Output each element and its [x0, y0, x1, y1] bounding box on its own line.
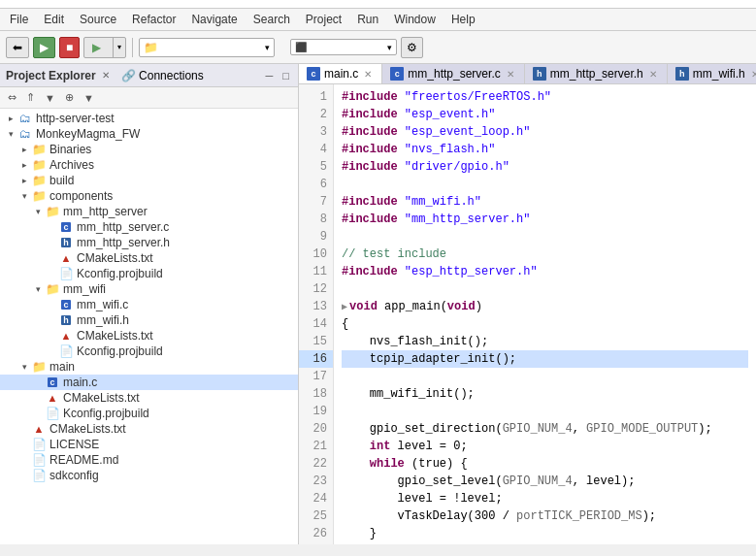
- code-line-7: #include "mm_wifi.h": [342, 193, 748, 211]
- code-line-11: #include "esp_http_server.h": [342, 263, 748, 280]
- back-button[interactable]: ⬅: [6, 37, 29, 58]
- tab-close-mm_wifi-h[interactable]: ✕: [749, 69, 756, 80]
- tab-close-main-c[interactable]: ✕: [362, 69, 374, 80]
- board-selector[interactable]: ⬛ ▾: [290, 39, 397, 55]
- tree-item-archives[interactable]: ▸ 📁 Archives: [0, 157, 298, 173]
- view-menu-btn[interactable]: ▼: [80, 90, 98, 106]
- tree-item-kconfig1[interactable]: 📄 Kconfig.projbuild: [0, 266, 298, 281]
- code-line-26: }: [342, 525, 748, 542]
- menu-item-navigate[interactable]: Navigate: [185, 11, 243, 28]
- play-button[interactable]: ▶: [33, 37, 55, 58]
- tree-icon-sdkconfig: 📄: [31, 469, 47, 482]
- token: , level);: [573, 473, 636, 490]
- token: GPIO_NUM_4: [503, 420, 573, 438]
- line-num-2: 2: [299, 106, 333, 123]
- tree-icon-mm_wifi-h: h: [58, 313, 74, 327]
- project-selector[interactable]: 📁 ▾: [139, 38, 275, 57]
- tree-item-mm_wifi-c[interactable]: c mm_wifi.c: [0, 297, 298, 312]
- code-line-23: gpio_set_level(GPIO_NUM_4, level);: [342, 473, 748, 490]
- tree-item-kconfig3[interactable]: 📄 Kconfig.projbuild: [0, 406, 298, 421]
- collapse-all-btn[interactable]: ⇔: [4, 89, 20, 106]
- run-arrow-btn[interactable]: ▾: [114, 40, 125, 54]
- tree-item-monkeymagma-fw[interactable]: ▾ 🗂 MonkeyMagma_FW: [0, 126, 298, 142]
- code-content[interactable]: #include "freertos/FreeRTOS.h"#include "…: [334, 84, 756, 544]
- settings-button[interactable]: ⚙: [401, 37, 423, 58]
- tab-icon-main-c: c: [307, 67, 320, 81]
- tree-item-mm_http_server-dir[interactable]: ▾ 📁 mm_http_server: [0, 204, 298, 219]
- tree-item-cmake-root[interactable]: ▲ CMakeLists.txt: [0, 421, 298, 437]
- tab-mm_http_server-h[interactable]: h mm_http_server.h ✕: [525, 64, 668, 83]
- tree-item-mm_wifi-h[interactable]: h mm_wifi.h: [0, 312, 298, 328]
- line-arrow-icon: ▶: [342, 300, 347, 314]
- tree-label-main-dir: main: [49, 360, 75, 374]
- tree-item-main-c[interactable]: c main.c: [0, 375, 298, 390]
- menu-bar: FileEditSourceRefactorNavigateSearchProj…: [0, 9, 756, 31]
- menu-item-window[interactable]: Window: [388, 11, 442, 28]
- token: [398, 88, 405, 106]
- menu-item-search[interactable]: Search: [247, 11, 296, 28]
- explorer-close-icon[interactable]: ✕: [102, 70, 110, 81]
- line-numbers: 1234567891011121314151617181920212223242…: [299, 84, 334, 544]
- tree-item-components[interactable]: ▾ 📁 components: [0, 188, 298, 204]
- token: portTICK_PERIOD_MS: [516, 507, 642, 525]
- tree-item-cmake1[interactable]: ▲ CMakeLists.txt: [0, 250, 298, 266]
- tree-item-readme[interactable]: 📄 README.md: [0, 452, 298, 468]
- tree-item-mm_http_server-c[interactable]: c mm_http_server.c: [0, 219, 298, 235]
- tree-label-cmake2: CMakeLists.txt: [77, 329, 153, 343]
- line-num-26: 26: [299, 525, 333, 542]
- tree-item-kconfig2[interactable]: 📄 Kconfig.projbuild: [0, 343, 298, 359]
- tree-label-archives: Archives: [49, 158, 94, 172]
- tree-label-binaries: Binaries: [49, 143, 91, 156]
- run-dropdown[interactable]: ▶ ▾: [83, 37, 126, 58]
- stop-button[interactable]: ■: [59, 37, 80, 58]
- tree-item-build[interactable]: ▸ 📁 build: [0, 173, 298, 188]
- tree-item-http-server-test[interactable]: ▸ 🗂 http-server-test: [0, 111, 298, 126]
- code-editor[interactable]: 1234567891011121314151617181920212223242…: [299, 84, 756, 544]
- token: ): [476, 298, 482, 315]
- tab-close-mm_http_server-c[interactable]: ✕: [505, 69, 516, 80]
- tree-item-cmake2[interactable]: ▲ CMakeLists.txt: [0, 328, 298, 343]
- tree-item-binaries[interactable]: ▸ 📁 Binaries: [0, 142, 298, 157]
- tab-main-c[interactable]: c main.c ✕: [299, 64, 382, 84]
- tree-item-license[interactable]: 📄 LICENSE: [0, 437, 298, 452]
- tab-mm_http_server-c[interactable]: c mm_http_server.c ✕: [382, 64, 524, 83]
- tab-close-mm_http_server-h[interactable]: ✕: [647, 69, 659, 80]
- tree-icon-kconfig3: 📄: [45, 407, 60, 420]
- menu-item-refactor[interactable]: Refactor: [126, 11, 181, 28]
- token: [398, 193, 405, 211]
- code-line-12: [342, 280, 748, 298]
- code-line-8: #include "mm_http_server.h": [342, 211, 748, 228]
- token: "esp_http_server.h": [405, 263, 538, 280]
- maximize-btn[interactable]: □: [279, 69, 292, 82]
- line-num-19: 19: [299, 403, 333, 420]
- tree-item-mm_http_server-h[interactable]: h mm_http_server.h: [0, 235, 298, 250]
- menu-item-source[interactable]: Source: [74, 11, 122, 28]
- run-button[interactable]: ▶: [84, 38, 114, 57]
- tree-label-cmake3: CMakeLists.txt: [63, 391, 140, 405]
- token: #include: [342, 211, 398, 228]
- tree-item-cmake3[interactable]: ▲ CMakeLists.txt: [0, 390, 298, 406]
- explorer-tab[interactable]: Project Explorer: [6, 69, 96, 82]
- tree-item-sdkconfig[interactable]: 📄 sdkconfig: [0, 468, 298, 483]
- menu-item-project[interactable]: Project: [300, 11, 347, 28]
- code-line-14: {: [342, 315, 748, 333]
- tree-item-mm_wifi-dir[interactable]: ▾ 📁 mm_wifi: [0, 281, 298, 297]
- menu-item-help[interactable]: Help: [445, 11, 481, 28]
- link-editor-btn[interactable]: ⇑: [22, 89, 39, 106]
- connections-tab[interactable]: 🔗 Connections: [121, 69, 204, 82]
- tree-icon-monkeymagma-fw: 🗂: [17, 127, 33, 141]
- token: #include: [342, 263, 398, 280]
- tree-item-main-dir[interactable]: ▾ 📁 main: [0, 359, 298, 375]
- token: [342, 455, 370, 473]
- menu-item-edit[interactable]: Edit: [38, 11, 70, 28]
- filter-btn[interactable]: ▼: [41, 90, 59, 106]
- panel-header: Project Explorer ✕ 🔗 Connections ─ □: [0, 64, 298, 87]
- token: [398, 123, 405, 141]
- menu-item-file[interactable]: File: [4, 11, 34, 28]
- minimize-btn[interactable]: ─: [263, 69, 277, 82]
- tree-icon-cmake1: ▲: [58, 251, 74, 265]
- menu-item-run[interactable]: Run: [351, 11, 384, 28]
- new-btn[interactable]: ⊕: [61, 89, 78, 106]
- token: "mm_wifi.h": [405, 193, 481, 211]
- tab-mm_wifi-h[interactable]: h mm_wifi.h ✕: [668, 64, 756, 83]
